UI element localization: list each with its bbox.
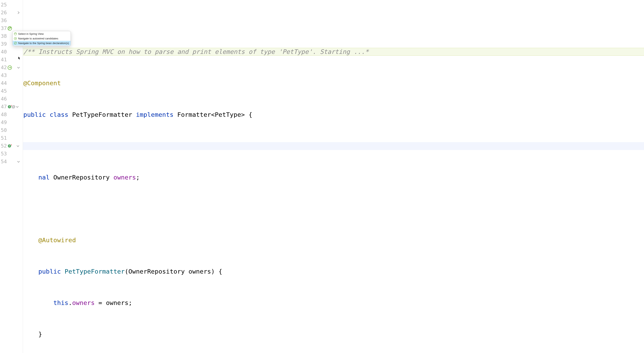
popup-item-label: Navigate to the Spring bean declaration(…: [18, 41, 69, 45]
leaf-nav-icon: [14, 37, 17, 40]
gutter-row: 26: [0, 9, 23, 16]
line-number: 45: [0, 88, 7, 94]
keyword: implements: [136, 111, 174, 119]
gutter-popup[interactable]: Select in Spring View Navigate to autowi…: [12, 31, 71, 46]
popup-item-navigate-autowired[interactable]: Navigate to autowired candidates: [13, 36, 70, 41]
line-number: 47: [0, 103, 7, 110]
keyword: public: [38, 268, 61, 275]
line-number: 48: [0, 111, 7, 118]
line-number: 52: [0, 143, 7, 149]
gutter-row: 49: [0, 118, 23, 126]
gutter-row: 25: [0, 1, 23, 9]
gutter-row: 46: [0, 95, 23, 103]
keyword-partial: nal: [38, 173, 50, 181]
fold-collapse-icon[interactable]: [17, 66, 20, 69]
code-line[interactable]: [23, 16, 644, 24]
code-line[interactable]: public class PetTypeFormatter implements…: [23, 111, 644, 119]
gutter-row: 53: [0, 150, 23, 158]
line-number: 44: [0, 80, 7, 86]
class-name: PetTypeFormatter: [72, 111, 132, 119]
popup-item-select-spring-view[interactable]: Select in Spring View: [13, 31, 70, 36]
line-number: 49: [0, 119, 7, 126]
code-line[interactable]: nal OwnerRepository owners;: [23, 173, 644, 181]
gutter-row: 48: [0, 111, 23, 118]
constructor-name: PetTypeFormatter: [64, 268, 125, 275]
gutter-row: 54: [0, 158, 23, 165]
type-ref: PetType: [215, 111, 241, 119]
line-number: 40: [0, 49, 7, 55]
code-line[interactable]: this.owners = owners;: [23, 299, 644, 307]
implements-marker-icon[interactable]: I↑: [8, 105, 12, 109]
code-editor[interactable]: 25 26 36 37 38 39 40 41 42: [0, 0, 644, 353]
code-line[interactable]: @Autowired: [23, 236, 644, 244]
code-line[interactable]: }: [23, 331, 644, 338]
line-number: 50: [0, 127, 7, 133]
keyword: class: [50, 111, 68, 119]
line-number: 26: [0, 9, 7, 16]
param-name: owners: [188, 268, 211, 275]
fold-collapse-icon[interactable]: [17, 160, 20, 163]
gutter-row: 43: [0, 71, 23, 79]
spring-autowired-icon[interactable]: [8, 65, 12, 70]
code-line-doc[interactable]: /** Instructs Spring MVC on how to parse…: [23, 48, 644, 56]
gutter-row: 52 I↑: [0, 142, 23, 150]
fold-collapse-icon[interactable]: [16, 144, 20, 148]
gutter-row: 45: [0, 87, 23, 95]
type-ref: OwnerRepository: [128, 268, 185, 275]
gutter-row: 42: [0, 63, 23, 71]
popup-item-navigate-bean-declaration[interactable]: Navigate to the Spring bean declaration(…: [13, 41, 70, 45]
code-line[interactable]: public PetTypeFormatter(OwnerRepository …: [23, 268, 644, 275]
line-number: 51: [0, 135, 7, 141]
line-number: 41: [0, 56, 7, 63]
fold-expand-icon[interactable]: [17, 11, 20, 14]
line-number: 38: [0, 33, 7, 39]
line-number: 46: [0, 96, 7, 102]
annotation: @Component: [23, 79, 61, 87]
line-number: 42: [0, 64, 7, 71]
spring-bean-icon[interactable]: [8, 26, 12, 30]
field-name: owners: [114, 173, 136, 181]
fold-collapse-icon[interactable]: [16, 105, 19, 109]
leaf-stop-icon: [14, 42, 17, 45]
mouse-cursor-icon: [18, 54, 21, 58]
line-number: 39: [0, 41, 7, 47]
line-number: 43: [0, 72, 7, 79]
code-line-current[interactable]: [23, 142, 644, 150]
code-area[interactable]: /** Instructs Spring MVC on how to parse…: [23, 0, 644, 353]
line-number: 54: [0, 158, 7, 165]
gutter-row: 47 I↑ @: [0, 103, 23, 111]
gutter: 25 26 36 37 38 39 40 41 42: [0, 0, 23, 353]
gutter-row: 50: [0, 126, 23, 134]
popup-item-label: Select in Spring View: [18, 32, 44, 35]
implements-marker-icon[interactable]: I↑: [8, 144, 12, 148]
line-number: 37: [0, 25, 7, 31]
code-line[interactable]: @Component: [23, 79, 644, 87]
leaf-icon: [14, 32, 17, 35]
popup-item-label: Navigate to autowired candidates: [18, 37, 58, 40]
field-name: owners: [72, 299, 95, 307]
gutter-row: 36: [0, 16, 23, 24]
type-ref: Formatter: [177, 111, 211, 119]
keyword: public: [23, 111, 46, 119]
line-number: 53: [0, 151, 7, 157]
line-number: 36: [0, 17, 7, 24]
gutter-row: 51: [0, 134, 23, 142]
keyword: this: [53, 299, 68, 307]
identifier: owners: [106, 299, 128, 307]
gutter-row: 44: [0, 79, 23, 87]
svg-line-6: [14, 42, 16, 44]
code-line[interactable]: [23, 205, 644, 213]
type-ref: OwnerRepository: [53, 173, 110, 181]
line-number: 25: [0, 1, 7, 8]
annotation: @Autowired: [38, 236, 76, 244]
doc-comment: /** Instructs Spring MVC on how to parse…: [23, 48, 369, 56]
